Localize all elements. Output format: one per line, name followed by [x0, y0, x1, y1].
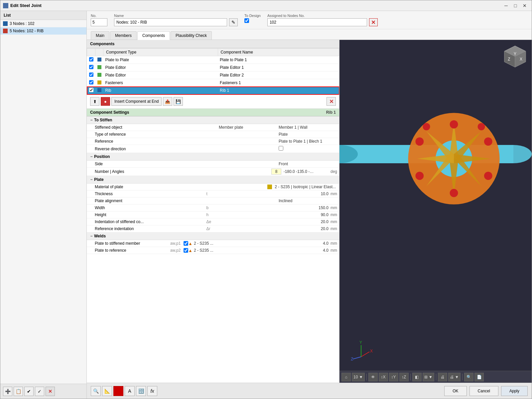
- reverse-direction-checkbox[interactable]: [279, 146, 283, 151]
- view-zoom-button[interactable]: 10 ▼: [352, 373, 365, 381]
- material-value: 2 - S235 | Isotropic | Linear Elast...: [273, 184, 337, 190]
- table-row-selected[interactable]: Rib Rib 1: [87, 87, 339, 94]
- view-rotate-x-button[interactable]: ↕X: [379, 373, 388, 381]
- clear-assigned-button[interactable]: ✕: [369, 18, 378, 26]
- 3d-viewport[interactable]: Y X Z: [339, 40, 532, 383]
- svg-text:Z: Z: [508, 57, 510, 62]
- ok-button[interactable]: OK: [444, 386, 466, 396]
- name-input[interactable]: [114, 18, 227, 26]
- reference-value: Plate to Plate 1 | Blech 1: [277, 139, 337, 144]
- row1-name: Plate to Plate 1: [218, 56, 339, 64]
- copy-item-button[interactable]: 📋: [14, 387, 23, 396]
- no-input[interactable]: [91, 18, 107, 26]
- svg-point-24: [484, 137, 492, 146]
- edit-name-button[interactable]: ✎: [229, 18, 238, 26]
- svg-point-20: [450, 120, 458, 129]
- weld-p1-row: Plate to stiffened member aw,p1 ▲ 2 - S2…: [87, 240, 339, 247]
- measure-tool-button[interactable]: 📐: [102, 386, 112, 396]
- position-section: − Position Side Front Number | Angles 8 …: [87, 153, 339, 176]
- view-home-button[interactable]: ⌂: [341, 373, 351, 381]
- indentation-param: Δe: [206, 219, 216, 224]
- insert-end-button[interactable]: Insert Component at End: [111, 97, 162, 106]
- row5-checkbox[interactable]: [89, 88, 93, 92]
- list-item-2[interactable]: 5 Nodes: 102 - RIB: [0, 27, 86, 35]
- insert-end-label: Insert Component at End: [114, 99, 159, 104]
- table-row[interactable]: Fasteners Fasteners 1: [87, 79, 339, 87]
- row4-checkbox[interactable]: [89, 80, 93, 84]
- apply-button[interactable]: Apply: [501, 386, 528, 396]
- view-render-button[interactable]: 👁: [368, 373, 378, 381]
- weld-p1-checkbox[interactable]: [184, 241, 188, 246]
- tab-plausibility[interactable]: Plausibility Check: [171, 31, 212, 40]
- assigned-input[interactable]: [267, 18, 367, 26]
- left-panel-footer: ➕ 📋 ✔ ✓ ✕: [0, 384, 86, 399]
- check2-item-button[interactable]: ✓: [35, 387, 44, 396]
- row3-checkbox[interactable]: [89, 72, 93, 77]
- tab-members[interactable]: Members: [110, 31, 137, 40]
- reference-label: Reference: [94, 139, 277, 144]
- col-name-header: Component Name: [218, 49, 339, 56]
- svg-line-32: [353, 357, 361, 359]
- insert-button[interactable]: ●: [101, 97, 110, 106]
- view-export-button[interactable]: 📄: [474, 373, 484, 381]
- view-search-button[interactable]: 🔍: [464, 373, 473, 381]
- navigation-cube[interactable]: Y X Z: [502, 43, 528, 70]
- table-row[interactable]: Plate to Plate Plate to Plate 1: [87, 56, 339, 64]
- view-print-button[interactable]: 🖨: [438, 373, 447, 381]
- row2-checkbox[interactable]: [89, 65, 93, 69]
- viewport-toolbar: ⌂ 10 ▼ 👁 ↕X ↕Y ↕Z ◧ ⊞ ▼ 🖨 🖨 ▼: [339, 371, 532, 383]
- to-design-section: To Design: [244, 14, 261, 23]
- tab-components[interactable]: Components: [137, 31, 170, 40]
- view-rotate-z-button[interactable]: ↕Z: [399, 373, 409, 381]
- view-rotate-y-button[interactable]: ↕Y: [389, 373, 398, 381]
- row1-checkbox[interactable]: [89, 57, 93, 62]
- view-wireframe-button[interactable]: ⊞ ▼: [423, 373, 434, 381]
- content-split: Components Component Type Component Name: [87, 40, 532, 383]
- svg-text:Y: Y: [359, 340, 362, 345]
- search-tool-button[interactable]: 🔍: [91, 386, 101, 396]
- number-value-box[interactable]: 8: [271, 169, 281, 175]
- list-item-1[interactable]: 3 Nodes : 102: [0, 20, 86, 27]
- table-row[interactable]: Plate Editor Plate Editor 1: [87, 64, 339, 71]
- tab-main[interactable]: Main: [91, 31, 109, 40]
- components-section-header: Components: [87, 40, 339, 48]
- to-stiffen-header[interactable]: − To Stiffen: [87, 116, 339, 124]
- formula-tool-button[interactable]: fx: [147, 386, 157, 396]
- close-button[interactable]: ✕: [520, 2, 529, 10]
- components-table: Component Type Component Name Plate to P…: [87, 48, 339, 94]
- expand-position-icon: −: [89, 154, 94, 159]
- maximize-button[interactable]: □: [511, 2, 520, 10]
- save-button[interactable]: 💾: [174, 97, 183, 106]
- component-toolbar: ⬆ ● Insert Component at End 📤 💾 ✕: [87, 94, 339, 109]
- position-header[interactable]: − Position: [87, 153, 339, 161]
- angles-unit: deg: [331, 169, 337, 174]
- delete-component-button[interactable]: ✕: [327, 97, 336, 106]
- red-tool-button[interactable]: [113, 386, 123, 396]
- move-up-button[interactable]: ⬆: [90, 97, 99, 106]
- weld-p2-checkbox[interactable]: [184, 248, 188, 253]
- view-print2-button[interactable]: 🖨 ▼: [448, 373, 461, 381]
- text-tool-button[interactable]: A: [125, 386, 135, 396]
- delete-item-button[interactable]: ✕: [46, 387, 55, 396]
- plate-header[interactable]: − Plate: [87, 176, 339, 184]
- export-button[interactable]: 📤: [163, 97, 172, 106]
- table-row[interactable]: Plate Editor Plate Editor 2: [87, 71, 339, 79]
- settings-title: Component Settings: [90, 110, 129, 115]
- add-item-button[interactable]: ➕: [3, 387, 12, 396]
- minimize-button[interactable]: ─: [502, 2, 510, 10]
- welds-header[interactable]: − Welds: [87, 232, 339, 240]
- cancel-button[interactable]: Cancel: [469, 386, 498, 396]
- weld-p1-mat: 2 - S235 ...: [193, 241, 252, 246]
- check-item-button[interactable]: ✔: [24, 387, 34, 396]
- svg-point-23: [415, 172, 424, 180]
- weld-p2-mat: 2 - S235 ...: [193, 248, 252, 253]
- side-value: Front: [277, 161, 337, 167]
- view-shading-button[interactable]: ◧: [412, 373, 422, 381]
- svg-text:Z: Z: [351, 357, 353, 361]
- symbol-tool-button[interactable]: 🔣: [136, 386, 146, 396]
- app-icon: [3, 3, 8, 8]
- weld-p2-unit: mm: [331, 248, 337, 253]
- 3d-scene: [339, 40, 532, 383]
- num-angles-row: Number | Angles 8 -180.0 -135.0 -… deg: [87, 168, 339, 176]
- to-design-checkbox[interactable]: [244, 18, 249, 23]
